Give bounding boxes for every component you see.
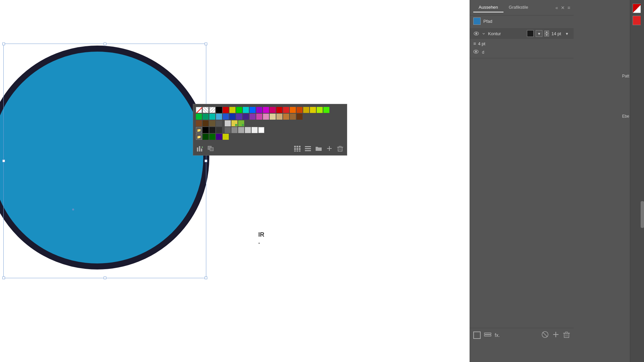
menu-panel-icon[interactable]: ≡ <box>568 5 570 10</box>
tab-aussehen[interactable]: Aussehen <box>473 3 503 12</box>
swatch-magenta[interactable] <box>263 107 269 113</box>
kontur-size-up[interactable]: ▲ <box>544 31 549 34</box>
swatch-lighter-gray[interactable] <box>245 127 251 133</box>
swatch-tan[interactable] <box>276 114 282 120</box>
svg-rect-33 <box>484 335 491 336</box>
kontur-size-dropdown[interactable]: ▾ <box>564 30 570 37</box>
swatch-red2[interactable] <box>276 107 282 113</box>
right-panel: Aussehen Grafikstile « ✕ ≡ Pfad <box>470 0 644 362</box>
color-picker-popup: 📁 📁 <box>193 104 347 156</box>
swatch-dark-purple[interactable] <box>243 114 249 120</box>
handle-bottom-left[interactable] <box>2 277 5 279</box>
swatch-purple[interactable] <box>256 107 262 113</box>
swatch-dark-green[interactable] <box>203 134 209 140</box>
swatch-black2[interactable] <box>203 127 209 133</box>
close-panel-icon[interactable]: ✕ <box>561 5 565 10</box>
swatch-cyan[interactable] <box>243 107 249 113</box>
swatch-green2[interactable] <box>196 114 202 120</box>
swatch-bright-green[interactable] <box>323 107 329 113</box>
panel-scrollbar[interactable] <box>641 0 644 362</box>
scrollbar-thumb[interactable] <box>641 201 644 228</box>
swatch-teal[interactable] <box>203 114 209 120</box>
swatch-cyan2[interactable] <box>209 114 215 120</box>
swatch-purple3[interactable] <box>216 134 222 140</box>
swatch-brown1[interactable] <box>196 120 202 126</box>
eye-icon-2[interactable] <box>473 50 479 55</box>
add-icon-bottom[interactable] <box>552 331 559 339</box>
swatch-hatched1[interactable] <box>203 107 209 113</box>
list-icon[interactable] <box>304 144 312 153</box>
swatch-pink[interactable] <box>256 114 262 120</box>
swatch-purple2[interactable] <box>236 114 242 120</box>
swatch-folder-gray[interactable] <box>231 127 237 133</box>
pt-label: 4 pt <box>478 41 485 46</box>
swatch-white[interactable] <box>258 127 264 133</box>
fx-label[interactable]: fx. <box>495 333 500 338</box>
swatch-folder[interactable]: 📁 <box>196 127 202 133</box>
swatch-yellow2[interactable] <box>223 134 229 140</box>
swatch-dark-red[interactable] <box>223 107 229 113</box>
square-icon[interactable] <box>473 331 481 339</box>
swatch-light-gray[interactable] <box>238 127 244 133</box>
swatch-dark-brown2[interactable] <box>203 120 209 126</box>
swatch-beige[interactable] <box>270 114 276 120</box>
swatch-dark-brown[interactable] <box>297 114 303 120</box>
swatch-green1[interactable] <box>236 107 242 113</box>
swatch-yellow[interactable] <box>310 107 316 113</box>
kontur-size-value: 14 pt <box>550 31 562 36</box>
grid-icon[interactable] <box>293 144 301 153</box>
delete-swatch-icon[interactable] <box>336 144 344 153</box>
swatch-blue2[interactable] <box>223 114 229 120</box>
swatch-medium-brown[interactable] <box>209 120 215 126</box>
folder-icon[interactable] <box>315 144 323 153</box>
path-color-icon[interactable] <box>473 17 481 25</box>
swatch-violet[interactable] <box>250 114 256 120</box>
tab-grafikstile[interactable]: Grafikstile <box>503 3 534 12</box>
swatch-near-white[interactable] <box>252 127 258 133</box>
swatch-brown-orange[interactable] <box>283 114 289 120</box>
handle-bottom-right[interactable] <box>205 277 207 279</box>
swatch-dark-orange[interactable] <box>297 107 303 113</box>
add-swatch-icon[interactable] <box>325 144 333 153</box>
layers-icon[interactable] <box>484 331 491 339</box>
swatch-hatched2[interactable] <box>209 107 215 113</box>
swatch-light-pink[interactable] <box>263 114 269 120</box>
swatch-brown[interactable] <box>290 114 296 120</box>
swatch-black[interactable] <box>216 107 222 113</box>
swatch-lime[interactable] <box>317 107 323 113</box>
kontur-visibility-icon[interactable] <box>473 31 479 37</box>
swatch-gold[interactable] <box>303 107 309 113</box>
swatch-folder2[interactable]: 📁 <box>196 134 202 140</box>
delete-icon-bottom[interactable] <box>563 331 570 339</box>
kontur-expand-icon[interactable] <box>481 31 486 36</box>
patt-label: Patt <box>622 74 629 78</box>
copy-swatch-icon[interactable] <box>207 144 215 153</box>
swatch-dark1[interactable] <box>209 127 215 133</box>
kontur-dropdown-btn[interactable]: ▾ <box>536 30 542 37</box>
swatch-light-blue[interactable] <box>216 114 222 120</box>
swatch-blue1[interactable] <box>250 107 256 113</box>
swatch-light-gray-sp[interactable] <box>225 120 231 126</box>
swatch-dark-pink[interactable] <box>270 107 276 113</box>
bar-chart-icon[interactable] <box>196 144 204 153</box>
swatch-green3[interactable] <box>209 134 215 140</box>
swatch-none[interactable] <box>196 107 202 113</box>
svg-rect-37 <box>553 334 558 335</box>
swatch-gray1[interactable] <box>216 127 222 133</box>
swatch-dark-blue[interactable] <box>229 114 235 120</box>
swatch-gold-sp[interactable] <box>231 120 237 126</box>
swatch-gray-med[interactable] <box>225 127 231 133</box>
swatch-orange[interactable] <box>290 107 296 113</box>
collapse-panel-icon[interactable]: « <box>555 5 558 10</box>
swatch-green-sp[interactable] <box>238 120 244 126</box>
kontur-size-down[interactable]: ▼ <box>544 34 549 37</box>
kontur-color-box[interactable] <box>527 30 534 37</box>
no-icon[interactable] <box>541 331 549 339</box>
panel-divider-1 <box>470 58 574 58</box>
swatch-red3[interactable] <box>283 107 289 113</box>
swatch-yellow-green[interactable] <box>229 107 235 113</box>
list-options-icon[interactable]: ≡ <box>473 41 476 46</box>
swatch-dark-gray2[interactable] <box>216 120 222 126</box>
color-picker-footer <box>196 142 344 153</box>
handle-bottom-center[interactable] <box>104 277 106 279</box>
